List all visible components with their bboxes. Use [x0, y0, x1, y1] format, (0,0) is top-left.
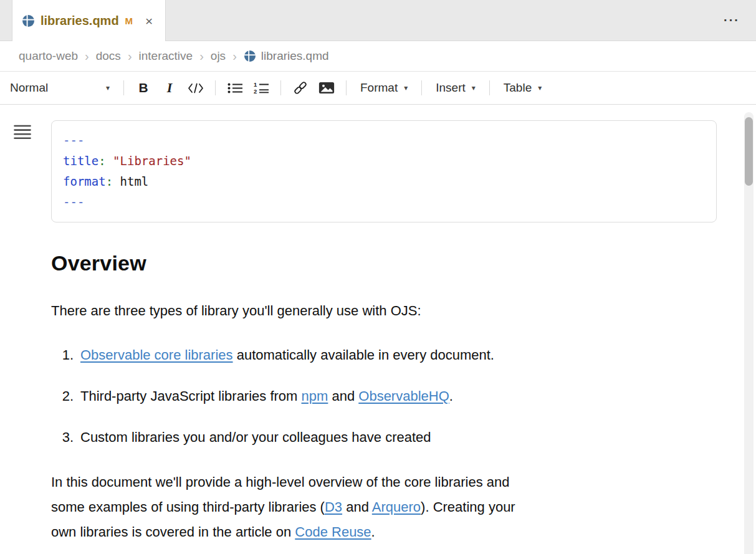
insert-menu[interactable]: Insert ▾	[428, 77, 483, 98]
list-item-text: Third-party JavaScript libraries from np…	[80, 386, 453, 406]
numbered-list-icon: 1 2	[254, 82, 269, 94]
block-drag-handle-icon[interactable]	[14, 125, 31, 142]
text-run: automatically available in every documen…	[233, 347, 494, 363]
chevron-down-icon: ▾	[538, 84, 542, 92]
text-run: and	[342, 499, 372, 515]
text-run: own libraries is covered in the article …	[51, 524, 295, 540]
link-observable-core-libraries[interactable]: Observable core libraries	[80, 347, 233, 363]
yaml-delimiter: ---	[63, 195, 84, 209]
bulleted-list-button[interactable]	[222, 76, 248, 100]
yaml-key: format	[63, 174, 106, 188]
insert-menu-label: Insert	[436, 81, 466, 95]
list-item-1[interactable]: 1.Observable core libraries automaticall…	[51, 345, 717, 365]
list-item-3[interactable]: 3.Custom libraries you and/or your colle…	[51, 427, 717, 447]
scrollbar-thumb[interactable]	[745, 117, 753, 186]
breadcrumb-separator: ›	[121, 49, 139, 64]
code-button[interactable]	[183, 76, 209, 100]
link-code-reuse[interactable]: Code Reuse	[295, 524, 371, 540]
breadcrumb-item-interactive[interactable]: interactive	[139, 49, 193, 63]
list-marker: 1.	[51, 345, 74, 365]
breadcrumb: quarto-web › docs › interactive › ojs › …	[0, 41, 756, 71]
yaml-metadata-block[interactable]: --- title:"Libraries" format:html ---	[51, 120, 717, 222]
bold-button[interactable]: B	[130, 76, 156, 100]
numbered-list: 1.Observable core libraries automaticall…	[51, 345, 717, 447]
format-menu[interactable]: Format ▾	[353, 77, 415, 98]
bulleted-list-icon	[227, 82, 243, 94]
editor-tab-bar: libraries.qmd M × ···	[0, 0, 756, 41]
paragraph-style-value: Normal	[10, 81, 48, 95]
yaml-string-value: "Libraries"	[113, 154, 191, 168]
link-observablehq[interactable]: ObservableHQ	[358, 388, 449, 404]
yaml-key: title	[63, 154, 98, 168]
breadcrumb-item-ojs[interactable]: ojs	[211, 49, 226, 63]
svg-text:1: 1	[254, 82, 257, 88]
text-run: .	[449, 388, 453, 404]
intro-paragraph[interactable]: There are three types of library you'll …	[51, 300, 717, 321]
numbered-list-button[interactable]: 1 2	[248, 76, 274, 100]
yaml-plain-value: html	[120, 174, 149, 188]
toolbar-separator	[215, 80, 216, 95]
list-item-2[interactable]: 2.Third-party JavaScript libraries from …	[51, 386, 717, 406]
tab-bar-empty-space	[166, 0, 724, 41]
more-options-button[interactable]: ···	[724, 13, 740, 27]
image-icon	[318, 82, 335, 94]
paragraph-line: own libraries is covered in the article …	[51, 520, 717, 545]
paragraph-style-dropdown[interactable]: Normal ▾	[7, 77, 117, 98]
breadcrumb-separator: ›	[78, 49, 96, 64]
heading-overview[interactable]: Overview	[51, 251, 717, 275]
format-menu-label: Format	[360, 81, 398, 95]
breadcrumb-separator: ›	[226, 49, 244, 64]
table-menu-label: Table	[504, 81, 532, 95]
formatting-toolbar: Normal ▾ B I 1	[0, 71, 756, 105]
text-run: ). Creating your	[421, 499, 515, 515]
chevron-down-icon: ▾	[472, 84, 476, 92]
table-menu[interactable]: Table ▾	[496, 77, 549, 98]
chevron-down-icon: ▾	[106, 84, 110, 92]
text-run: Third-party JavaScript libraries from	[80, 388, 302, 404]
breadcrumb-item-docs[interactable]: docs	[96, 49, 121, 63]
yaml-delimiter-line: ---	[63, 130, 705, 151]
yaml-title-line: title:"Libraries"	[63, 151, 705, 171]
link-npm[interactable]: npm	[302, 388, 328, 404]
image-button[interactable]	[313, 76, 340, 100]
yaml-format-line: format:html	[63, 171, 705, 192]
list-item-text: Custom libraries you and/or your colleag…	[80, 427, 431, 447]
text-run: and	[328, 388, 358, 404]
paragraph-line: some examples of using third-party libra…	[51, 495, 717, 520]
closing-paragraph[interactable]: In this document we'll provide a high-le…	[51, 470, 717, 545]
yaml-colon: :	[106, 174, 113, 188]
tab-title: libraries.qmd	[41, 14, 119, 28]
code-icon	[188, 83, 204, 93]
quarto-visual-editor: libraries.qmd M × ··· quarto-web › docs …	[0, 0, 756, 554]
link-arquero[interactable]: Arquero	[372, 499, 421, 515]
italic-button[interactable]: I	[156, 76, 183, 100]
yaml-colon: :	[98, 154, 105, 168]
yaml-delimiter-line: ---	[63, 192, 705, 213]
close-tab-icon[interactable]: ×	[145, 14, 153, 27]
text-run: .	[371, 524, 375, 540]
chevron-down-icon: ▾	[404, 84, 408, 92]
quarto-logo-icon	[22, 15, 34, 27]
modified-indicator: M	[125, 16, 133, 26]
quarto-logo-icon	[244, 50, 256, 62]
breadcrumb-current-file: libraries.qmd	[261, 49, 329, 63]
toolbar-separator	[346, 80, 347, 95]
link-button[interactable]	[287, 76, 313, 100]
list-marker: 3.	[51, 427, 74, 447]
text-run: In this document we'll provide a high-le…	[51, 474, 509, 490]
list-marker: 2.	[51, 386, 74, 406]
breadcrumb-separator: ›	[193, 49, 211, 64]
link-icon	[293, 80, 308, 95]
toolbar-separator	[489, 80, 490, 95]
paragraph-line: In this document we'll provide a high-le…	[51, 470, 717, 495]
breadcrumb-item-quarto-web[interactable]: quarto-web	[19, 49, 78, 63]
editor-content[interactable]: --- title:"Libraries" format:html --- Ov…	[0, 105, 756, 554]
yaml-delimiter: ---	[63, 133, 84, 147]
toolbar-separator	[280, 80, 281, 95]
tab-libraries-qmd[interactable]: libraries.qmd M ×	[12, 0, 166, 41]
text-run: some examples of using third-party libra…	[51, 499, 325, 515]
link-d3[interactable]: D3	[325, 499, 342, 515]
scrollbar[interactable]	[744, 112, 754, 554]
toolbar-separator	[123, 80, 124, 95]
svg-text:2: 2	[254, 88, 257, 94]
